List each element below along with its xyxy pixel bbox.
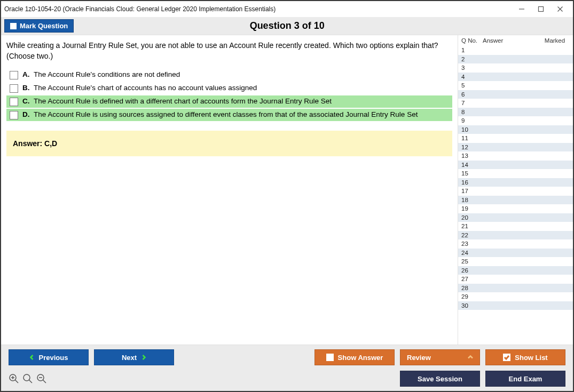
option-text: B. The Account Rule's chart of accounts … — [22, 84, 257, 92]
question-list-row[interactable]: 9 — [458, 116, 573, 125]
option-checkbox[interactable] — [10, 111, 18, 119]
question-list-row[interactable]: 2 — [458, 55, 573, 64]
previous-button[interactable]: Previous — [9, 349, 89, 365]
q-number: 25 — [461, 258, 483, 265]
zoom-reset-icon[interactable] — [22, 373, 33, 384]
q-number: 23 — [461, 241, 483, 247]
options-list: A. The Account Rule's conditions are not… — [6, 69, 452, 121]
q-number: 3 — [461, 65, 483, 71]
question-list-row[interactable]: 15 — [458, 169, 573, 178]
question-list-row[interactable]: 25 — [458, 257, 573, 266]
next-button[interactable]: Next — [94, 349, 174, 365]
question-list-row[interactable]: 19 — [458, 204, 573, 213]
option-key: B. — [22, 84, 30, 92]
q-number: 10 — [461, 126, 483, 133]
show-answer-checkbox-icon — [326, 354, 334, 361]
svg-rect-1 — [539, 7, 544, 12]
mark-checkbox-icon — [10, 23, 17, 29]
q-number: 19 — [461, 205, 483, 212]
q-number: 20 — [461, 214, 483, 221]
save-session-button[interactable]: Save Session — [400, 371, 480, 387]
question-list-body[interactable]: 1234567891011121314151617181920212223242… — [458, 46, 573, 345]
q-number: 6 — [461, 91, 483, 98]
question-list-row[interactable]: 7 — [458, 99, 573, 108]
question-list-row[interactable]: 29 — [458, 292, 573, 301]
header-strip: Mark Question Question 3 of 10 — [1, 17, 573, 35]
question-list-row[interactable]: 12 — [458, 143, 573, 152]
question-list-row[interactable]: 5 — [458, 81, 573, 90]
answer-option[interactable]: D. The Account Rule is using sources ass… — [6, 109, 452, 121]
question-list-row[interactable]: 13 — [458, 151, 573, 161]
option-key: C. — [22, 97, 30, 105]
option-checkbox[interactable] — [10, 84, 18, 93]
q-number: 26 — [461, 267, 483, 274]
question-list-row[interactable]: 17 — [458, 187, 573, 196]
show-answer-button[interactable]: Show Answer — [314, 349, 395, 365]
q-number: 27 — [461, 276, 483, 282]
question-list-row[interactable]: 3 — [458, 63, 573, 73]
option-checkbox[interactable] — [10, 71, 18, 79]
main-area: While creating a Journal Entry Rule Set,… — [1, 35, 573, 345]
zoom-in-icon[interactable] — [9, 373, 19, 384]
q-number: 24 — [461, 250, 483, 256]
question-counter-title: Question 3 of 10 — [74, 20, 500, 31]
question-list-row[interactable]: 16 — [458, 178, 573, 187]
mark-question-button[interactable]: Mark Question — [4, 19, 74, 33]
option-body: The Account Rule's conditions are not de… — [32, 70, 180, 78]
close-button[interactable] — [551, 3, 570, 15]
question-list-row[interactable]: 22 — [458, 231, 573, 240]
option-checkbox[interactable] — [10, 98, 18, 106]
question-list-row[interactable]: 24 — [458, 249, 573, 258]
question-list-row[interactable]: 28 — [458, 284, 573, 293]
q-number: 16 — [461, 179, 483, 186]
col-marked-header: Marked — [539, 37, 571, 44]
option-body: The Account Rule is defined with a diffe… — [32, 97, 332, 105]
question-list-row[interactable]: 20 — [458, 213, 573, 222]
question-list-row[interactable]: 14 — [458, 161, 573, 170]
q-number: 14 — [461, 162, 483, 168]
option-key: D. — [22, 110, 30, 118]
svg-line-9 — [29, 380, 33, 383]
answer-option[interactable]: A. The Account Rule's conditions are not… — [6, 69, 452, 81]
question-list-row[interactable]: 18 — [458, 196, 573, 205]
question-pane: While creating a Journal Entry Rule Set,… — [1, 35, 458, 345]
end-exam-button[interactable]: End Exam — [485, 371, 565, 387]
question-list-row[interactable]: 27 — [458, 275, 573, 284]
minimize-button[interactable] — [512, 3, 531, 15]
question-list-row[interactable]: 23 — [458, 239, 573, 249]
review-label: Review — [407, 354, 431, 362]
q-number: 4 — [461, 74, 483, 80]
question-list-row[interactable]: 30 — [458, 301, 573, 310]
question-text: While creating a Journal Entry Rule Set,… — [6, 41, 452, 61]
svg-line-5 — [15, 380, 19, 383]
question-list-row[interactable]: 4 — [458, 73, 573, 82]
answer-option[interactable]: B. The Account Rule's chart of accounts … — [6, 82, 452, 94]
question-list-row[interactable]: 8 — [458, 108, 573, 117]
svg-line-11 — [43, 380, 46, 383]
review-button[interactable]: Review — [400, 349, 480, 365]
q-number: 2 — [461, 56, 483, 62]
footer-row-secondary: Save Session End Exam — [9, 371, 565, 387]
end-exam-label: End Exam — [509, 375, 542, 383]
show-list-button[interactable]: Show List — [485, 349, 565, 365]
q-number: 11 — [461, 135, 483, 141]
question-list-row[interactable]: 1 — [458, 46, 573, 55]
option-key: A. — [22, 70, 30, 78]
question-list-row[interactable]: 21 — [458, 222, 573, 231]
maximize-button[interactable] — [531, 3, 551, 15]
show-list-label: Show List — [515, 354, 547, 362]
zoom-out-icon[interactable] — [36, 373, 47, 384]
col-qno-header: Q No. — [461, 37, 483, 44]
answer-option[interactable]: C. The Account Rule is defined with a di… — [6, 95, 452, 108]
q-number: 7 — [461, 100, 483, 106]
show-list-checkbox-icon — [503, 354, 510, 361]
window-title: Oracle 1z0-1054-20 (Oracle Financials Cl… — [4, 5, 512, 13]
title-bar: Oracle 1z0-1054-20 (Oracle Financials Cl… — [1, 1, 573, 17]
question-list-row[interactable]: 11 — [458, 134, 573, 143]
question-list-row[interactable]: 10 — [458, 125, 573, 134]
question-list-row[interactable]: 26 — [458, 266, 573, 275]
mark-question-label: Mark Question — [20, 22, 68, 30]
q-number: 12 — [461, 144, 483, 150]
q-number: 5 — [461, 82, 483, 89]
question-list-row[interactable]: 6 — [458, 90, 573, 99]
